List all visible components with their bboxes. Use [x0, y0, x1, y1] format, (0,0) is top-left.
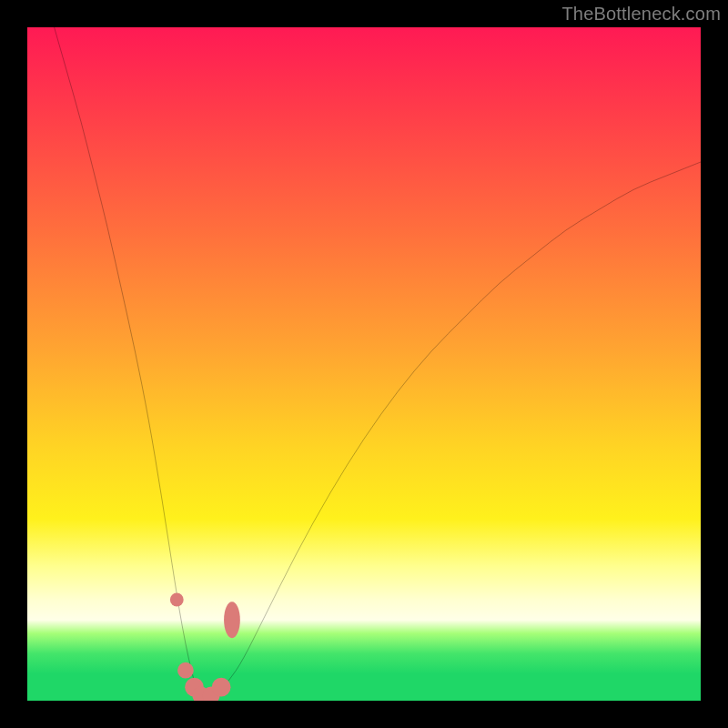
watermark-text: TheBottleneck.com: [561, 4, 721, 25]
chart-frame: TheBottleneck.com: [0, 0, 728, 728]
right-shoulder-pill: [224, 602, 240, 638]
bottleneck-curve: [55, 27, 701, 701]
curve-markers: [170, 593, 240, 701]
right-floor-dot: [212, 678, 231, 697]
left-floor-dot-1: [177, 662, 194, 679]
left-shoulder-dot: [170, 593, 184, 607]
plot-area: [27, 27, 701, 701]
curve-svg: [27, 27, 701, 701]
